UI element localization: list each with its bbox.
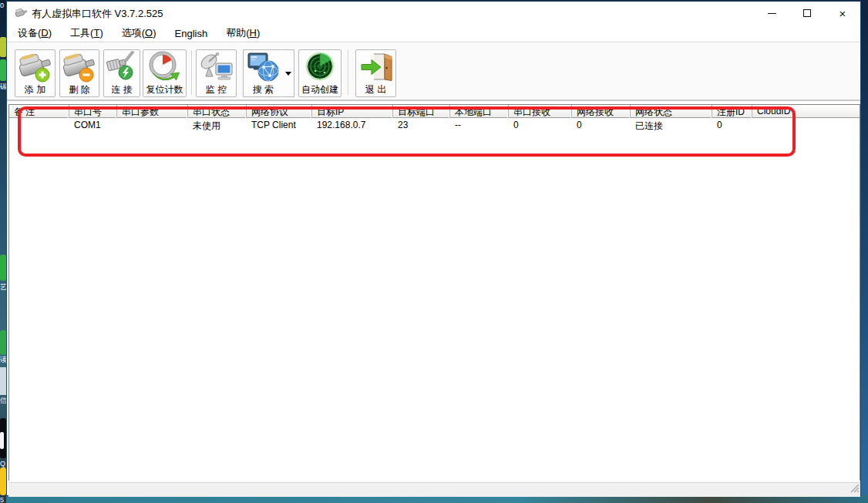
col-register-id[interactable]: 注册ID — [712, 105, 752, 118]
exit-button-label: 退 出 — [365, 84, 386, 95]
port-list-header: 备 注 串口号 串口参数 串口状态 网络协议 目标IP 目标端口 本地端口 串口… — [9, 105, 860, 118]
cell-com-port: COM1 — [69, 118, 117, 131]
desktop-text-fragment: 0 — [0, 2, 6, 9]
add-button[interactable]: 添 加 — [15, 49, 56, 97]
search-network-icon — [247, 50, 281, 84]
desktop-icon-label: 5 — [0, 496, 6, 503]
titlebar[interactable]: 有人虚拟串口软件 V3.7.2.525 × — [7, 2, 860, 25]
maximize-button[interactable] — [789, 2, 825, 25]
monitor-button-label: 监 控 — [206, 84, 227, 95]
connect-plug-icon — [105, 50, 139, 84]
desktop-icon-label: 读 — [0, 356, 6, 363]
connect-button-label: 连 接 — [111, 84, 132, 95]
chevron-down-icon — [285, 72, 291, 76]
search-dropdown-button[interactable] — [283, 49, 294, 97]
menu-english[interactable]: English — [169, 26, 214, 41]
col-com-state[interactable]: 串口状态 — [188, 105, 247, 118]
col-com-params[interactable]: 串口参数 — [117, 105, 188, 118]
desktop-icon-label: 碳 — [0, 83, 6, 90]
col-remark[interactable]: 备 注 — [9, 105, 69, 118]
desktop-icon-fragment — [0, 59, 6, 81]
menu-tools[interactable]: 工具(T) — [64, 25, 109, 42]
col-target-ip[interactable]: 目标IP — [312, 105, 393, 118]
reset-counter-button-label: 复位计数 — [146, 84, 183, 95]
close-button[interactable]: × — [825, 2, 860, 25]
auto-create-button[interactable]: 自动创建 — [298, 49, 341, 97]
status-bar — [8, 482, 860, 497]
reset-counter-button[interactable]: 复位计数 — [143, 49, 187, 97]
col-com-port[interactable]: 串口号 — [69, 105, 117, 118]
app-window: 有人虚拟串口软件 V3.7.2.525 × 设备(D) 工具(T) 选项(O) … — [6, 0, 861, 496]
resize-grip[interactable] — [849, 482, 860, 496]
desktop-icon-label: Q — [0, 460, 6, 468]
desktop-icon-fragment — [0, 468, 6, 495]
desktop-icon-fragment — [0, 37, 6, 57]
app-connector-icon — [15, 7, 28, 22]
col-cloud-id[interactable]: CloudID — [752, 105, 861, 118]
window-title: 有人虚拟串口软件 V3.7.2.525 — [32, 7, 163, 21]
desktop-icon-fragment-qq — [0, 418, 6, 458]
col-net-protocol[interactable]: 网络协议 — [247, 105, 312, 118]
auto-create-button-label: 自动创建 — [301, 84, 338, 95]
cell-cloud-id — [752, 118, 861, 131]
port-list: 备 注 串口号 串口参数 串口状态 网络协议 目标IP 目标端口 本地端口 串口… — [8, 104, 860, 481]
cell-com-received: 0 — [509, 118, 572, 131]
menubar: 设备(D) 工具(T) 选项(O) English 帮助(H) — [7, 25, 860, 42]
search-button-label: 搜 索 — [253, 84, 274, 95]
exit-button[interactable]: 退 出 — [355, 49, 396, 97]
menu-options[interactable]: 选项(O) — [116, 25, 163, 42]
auto-create-radar-icon — [304, 50, 336, 84]
cell-net-state: 已连接 — [631, 118, 712, 131]
desktop-icon-fragment — [0, 367, 6, 395]
desktop-icon-fragment — [0, 255, 6, 281]
reset-counter-icon — [147, 50, 183, 84]
minimize-icon — [768, 13, 776, 14]
monitor-button[interactable]: 监 控 — [196, 49, 237, 97]
toolbar-separator — [191, 50, 193, 95]
delete-serial-icon — [62, 50, 97, 84]
menu-device[interactable]: 设备(D) — [12, 25, 58, 42]
cell-register-id: 0 — [712, 118, 752, 131]
cell-local-port: -- — [450, 118, 509, 131]
exit-door-icon — [358, 50, 394, 84]
cell-target-ip: 192.168.0.7 — [312, 118, 393, 131]
minimize-button[interactable] — [754, 2, 789, 25]
cell-com-state: 未使用 — [188, 118, 247, 131]
connect-button[interactable]: 连 接 — [103, 49, 140, 97]
search-button[interactable]: 搜 索 — [243, 49, 283, 97]
col-target-port[interactable]: 目标端口 — [393, 105, 450, 118]
desktop-icon-fragment — [0, 330, 6, 355]
cell-net-received: 0 — [572, 118, 631, 131]
desktop-icon-label: 信 — [0, 397, 6, 404]
cell-remark — [9, 118, 69, 131]
desktop-left-strip: 0 碳 艺 读 信 Q 5 — [0, 0, 6, 503]
desktop-icon-label: 艺 — [0, 283, 6, 291]
menu-help[interactable]: 帮助(H) — [220, 25, 266, 42]
col-net-state[interactable]: 网络状态 — [631, 105, 712, 118]
monitor-satellite-icon — [199, 50, 234, 84]
toolbar-separator — [348, 50, 349, 95]
maximize-icon — [803, 9, 811, 17]
col-net-received[interactable]: 网络接收 — [572, 105, 631, 118]
add-button-label: 添 加 — [25, 84, 45, 95]
add-serial-icon — [18, 50, 53, 84]
table-row[interactable]: COM1 未使用 TCP Client 192.168.0.7 23 -- 0 … — [9, 118, 860, 131]
col-local-port[interactable]: 本地端口 — [450, 105, 509, 118]
cell-net-protocol: TCP Client — [247, 118, 312, 131]
delete-button-label: 删 除 — [69, 84, 89, 95]
delete-button[interactable]: 删 除 — [59, 49, 99, 97]
cell-com-params — [117, 118, 188, 131]
toolbar: 添 加 删 除 — [7, 42, 860, 101]
cell-target-port: 23 — [393, 118, 450, 131]
close-icon: × — [839, 8, 846, 19]
col-com-received[interactable]: 串口接收 — [509, 105, 572, 118]
